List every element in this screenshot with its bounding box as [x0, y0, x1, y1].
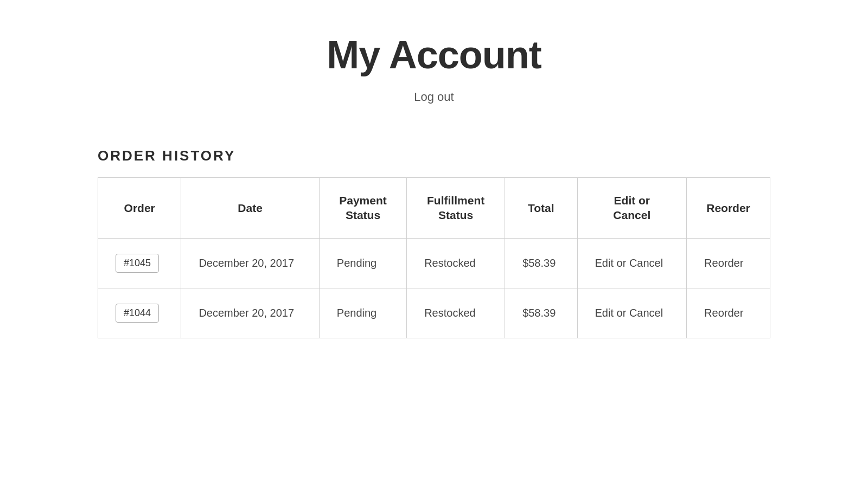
col-header-edit-cancel: Edit orCancel	[577, 178, 687, 239]
cell-fulfillment-status-1: Restocked	[407, 288, 505, 338]
table-header-row: Order Date PaymentStatus FulfillmentStat…	[98, 178, 770, 239]
order-history-section-title: ORDER HISTORY	[98, 147, 770, 164]
col-header-order: Order	[98, 178, 181, 239]
page-title: My Account	[98, 33, 770, 77]
cell-total-0: $58.39	[505, 238, 577, 288]
cell-edit-cancel-0: Edit or Cancel	[577, 238, 687, 288]
order-badge-1[interactable]: #1044	[116, 304, 159, 323]
cell-reorder-0: Reorder	[687, 238, 770, 288]
table-row: #1044 December 20, 2017 Pending Restocke…	[98, 288, 770, 338]
order-history-table: Order Date PaymentStatus FulfillmentStat…	[98, 177, 770, 338]
col-header-reorder: Reorder	[687, 178, 770, 239]
cell-fulfillment-status-0: Restocked	[407, 238, 505, 288]
reorder-link-0[interactable]: Reorder	[704, 257, 743, 269]
cell-order-id-0: #1045	[98, 238, 181, 288]
edit-cancel-link-1[interactable]: Edit or Cancel	[595, 307, 663, 319]
cell-date-0: December 20, 2017	[181, 238, 319, 288]
col-header-date: Date	[181, 178, 319, 239]
cell-order-id-1: #1044	[98, 288, 181, 338]
table-row: #1045 December 20, 2017 Pending Restocke…	[98, 238, 770, 288]
col-header-payment-status: PaymentStatus	[319, 178, 406, 239]
cell-date-1: December 20, 2017	[181, 288, 319, 338]
cell-payment-status-1: Pending	[319, 288, 406, 338]
logout-link[interactable]: Log out	[98, 90, 770, 104]
cell-edit-cancel-1: Edit or Cancel	[577, 288, 687, 338]
col-header-fulfillment-status: FulfillmentStatus	[407, 178, 505, 239]
cell-payment-status-0: Pending	[319, 238, 406, 288]
edit-cancel-link-0[interactable]: Edit or Cancel	[595, 257, 663, 269]
order-badge-0[interactable]: #1045	[116, 254, 159, 273]
reorder-link-1[interactable]: Reorder	[704, 307, 743, 319]
page-container: My Account Log out ORDER HISTORY Order D…	[54, 0, 814, 371]
cell-total-1: $58.39	[505, 288, 577, 338]
col-header-total: Total	[505, 178, 577, 239]
cell-reorder-1: Reorder	[687, 288, 770, 338]
